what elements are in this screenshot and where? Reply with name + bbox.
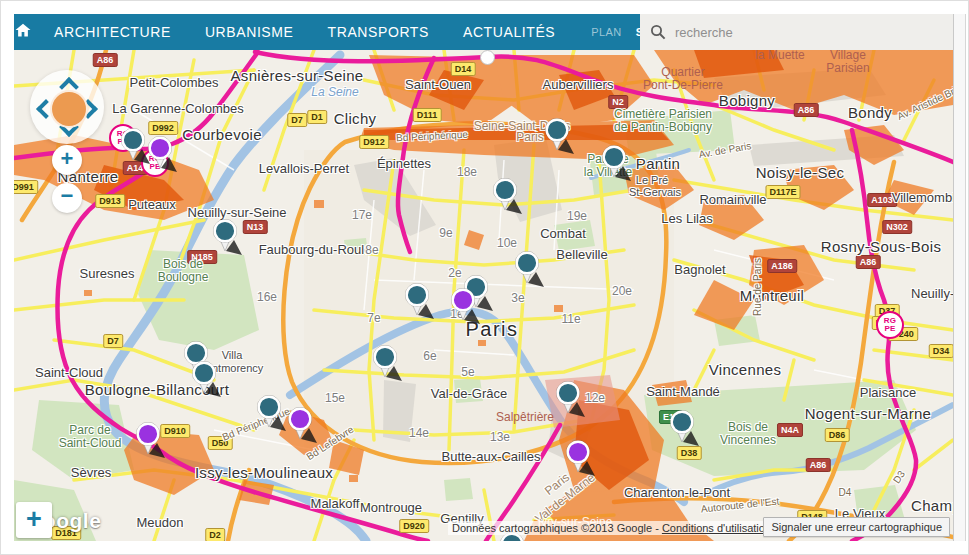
map-pin-teal[interactable] — [669, 410, 701, 448]
map-label-roadname: D3 — [891, 469, 907, 486]
road-shield-a103: A103 — [867, 193, 897, 207]
map-label-district: 9e — [439, 226, 452, 240]
home-button[interactable] — [14, 14, 32, 50]
map-mode-plan[interactable]: PLAN — [591, 26, 621, 38]
corner-plus-button[interactable]: + — [16, 502, 52, 538]
map-pin-purple[interactable] — [147, 136, 179, 174]
map-pin-purple[interactable] — [450, 288, 482, 326]
map-label-city: Montrouge — [360, 500, 422, 515]
map-pin-teal[interactable] — [404, 283, 436, 321]
map-pin-teal[interactable] — [256, 395, 288, 433]
map-label-roadname: Av. Aristide Briand — [895, 78, 953, 122]
map-label-city: Villemomble — [892, 190, 953, 205]
map-label-quarter: Salpêtrière — [496, 411, 554, 424]
map-attribution: Données cartographiques ©2013 Google - C… — [448, 521, 775, 535]
map-label-city: Puteaux — [128, 197, 176, 212]
map-label-district: 11e — [561, 312, 580, 326]
map-pin-teal[interactable] — [514, 251, 546, 289]
map-label-city: Charenton-le-Pont — [624, 485, 730, 500]
map-label-district: 12e — [585, 391, 605, 405]
map-viewport[interactable]: A86A14N13N185N2A86A103N302A86A186A86N4AE… — [14, 50, 953, 541]
map-label-roadname: Av. de Paris — [698, 140, 752, 160]
app-header: ARCHITECTUREURBANISMETRANSPORTSACTUALITÉ… — [14, 14, 640, 50]
road-shield-d111: D111 — [413, 108, 442, 122]
map-label-district: 6e — [423, 349, 436, 363]
map-label-city-lg: Nogent-sur-Marne — [805, 405, 932, 422]
road-shield-d2: D2 — [205, 528, 225, 541]
map-pin-teal[interactable] — [555, 381, 587, 419]
map-overlay: A86A14N13N185N2A86A103N302A86A186A86N4AE… — [14, 50, 953, 541]
map-label-district: 18e — [457, 165, 477, 179]
zoom-in-button[interactable]: + — [52, 145, 82, 175]
road-shield-d86: D86 — [825, 428, 850, 442]
map-label-city: Romainville — [699, 192, 766, 207]
map-pin-teal[interactable] — [372, 345, 404, 383]
map-label-city: Saint-Ouen — [405, 77, 471, 92]
map-label-park: Parc deSaint-Cloud — [59, 424, 122, 450]
map-label-roadname: Autoroute de l'Est — [700, 495, 779, 514]
map-pin-teal[interactable] — [191, 361, 223, 399]
nav-item-architecture[interactable]: ARCHITECTURE — [54, 24, 171, 40]
zoom-out-button[interactable]: − — [52, 183, 82, 213]
road-shield-d117e: D117E — [765, 185, 800, 199]
road-shield-d7: D7 — [287, 113, 307, 127]
report-error-button[interactable]: Signaler une erreur cartographique — [763, 517, 950, 537]
map-label-district: 17e — [352, 208, 372, 222]
road-shield-d1: D1 — [307, 110, 327, 124]
map-pin-teal[interactable] — [544, 118, 576, 156]
nav-item-transports[interactable]: TRANSPORTS — [328, 24, 429, 40]
map-label-district: 13e — [490, 430, 510, 444]
search-bar — [640, 14, 953, 50]
map-pin-teal[interactable] — [601, 145, 633, 183]
terms-link[interactable]: Conditions d'utilisation — [662, 522, 771, 534]
map-label-district: 19e — [567, 209, 587, 223]
road-shield-a86: A86 — [806, 458, 831, 472]
pan-center-icon[interactable] — [50, 90, 88, 128]
map-label-quarter: VillageParisien — [826, 50, 869, 75]
pan-control[interactable] — [30, 70, 104, 144]
road-shield-d920: D920 — [399, 519, 429, 533]
road-shield-a86: A86 — [93, 53, 118, 67]
map-label-city-lg: Pantin — [636, 155, 680, 172]
road-shield-d50: D50 — [208, 436, 233, 450]
road-shield-a186: A186 — [767, 259, 797, 273]
scrollbar-track[interactable] — [953, 14, 966, 541]
rgpe-line-badge[interactable]: RGPE — [876, 311, 904, 339]
map-pin-purple[interactable] — [565, 440, 597, 478]
search-icon — [650, 24, 666, 40]
map-label-district: 5e — [461, 365, 474, 379]
road-shield-a86: A86 — [794, 103, 819, 117]
station-dot — [480, 50, 495, 65]
map-label-city-lg: Vincennes — [709, 361, 781, 378]
map-label-roadname: Rue de Paris — [752, 258, 763, 316]
nav-item-urbanisme[interactable]: URBANISME — [205, 24, 294, 40]
map-label-city-lg: Noisy-le-Sec — [756, 164, 845, 181]
map-pin-purple[interactable] — [287, 407, 319, 445]
map-label-quarter: la Muette — [755, 50, 804, 62]
map-label-city: La Garenne-Colombes — [112, 101, 244, 116]
map-label-city-lg: Courbevoie — [182, 126, 262, 143]
map-label-city: Combat — [540, 226, 586, 241]
map-pin-teal[interactable] — [212, 219, 244, 257]
map-label-city: Malakoff — [311, 496, 360, 511]
search-input[interactable] — [673, 24, 927, 41]
map-label-district: 16e — [257, 290, 277, 304]
map-pin-purple[interactable] — [135, 422, 167, 460]
map-label-city: Levallois-Perret — [259, 161, 349, 176]
map-pin-teal[interactable] — [492, 178, 524, 216]
map-label-water: La Seine — [311, 85, 358, 99]
road-shield-n4a: N4A — [777, 423, 803, 437]
road-shield-n13: N13 — [243, 220, 268, 234]
map-label-roadname: Bd Périphérique — [396, 129, 468, 144]
map-label-city: Sèvres — [71, 465, 111, 480]
map-label-park: Cimetière Parisiende Pantin-Bobigny — [614, 108, 712, 134]
nav-item-actualites[interactable]: ACTUALITÉS — [463, 24, 555, 40]
map-label-city-lg: Montreuil — [740, 287, 804, 304]
map-label-city-sm: Villa — [222, 349, 243, 361]
map-label-city: Les Lilas — [661, 211, 712, 226]
map-label-city: Saint-Cloud — [35, 365, 103, 380]
map-label-quarter: QuartierPont-De-Pierre — [643, 66, 723, 92]
map-label-city: Plaisance — [860, 385, 916, 400]
map-label-city: Suresnes — [80, 266, 135, 281]
map-label-boundary: Paris — [516, 130, 543, 144]
